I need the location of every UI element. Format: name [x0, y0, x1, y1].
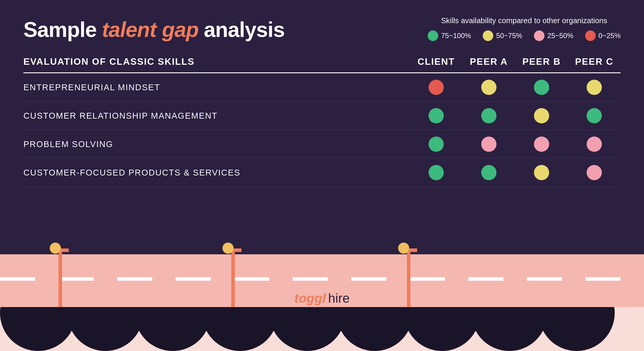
legend-label-0: 75~100%: [441, 32, 471, 40]
col-header-peer-b: PEER B: [515, 56, 568, 67]
dot-cell-1-2: [515, 108, 568, 123]
car-circle-6: [404, 307, 480, 351]
data-dot-2-1: [481, 137, 496, 152]
table-row-0: ENTREPRENEURIAL MINDSET: [23, 73, 621, 102]
skill-name-1: CUSTOMER RELATIONSHIP MANAGEMENT: [23, 111, 410, 121]
road-dash-9: [527, 277, 562, 281]
road-dash-8: [468, 277, 503, 281]
dot-cell-0-1: [463, 80, 515, 95]
street-lamp-3: [398, 225, 422, 307]
road-dash-6: [351, 277, 386, 281]
legend-label-2: 25~50%: [547, 32, 573, 40]
data-dot-1-3: [587, 108, 602, 123]
skill-name-0: ENTREPRENEURIAL MINDSET: [23, 83, 410, 92]
legend-item-1: 50~75%: [483, 30, 522, 41]
legend-item-0: 75~100%: [428, 30, 471, 41]
dot-cell-1-3: [568, 108, 621, 123]
road-dash-2: [117, 277, 152, 281]
skill-name-3: CUSTOMER-FOCUSED PRODUCTS & SERVICES: [23, 168, 410, 178]
table-row-1: CUSTOMER RELATIONSHIP MANAGEMENT: [23, 102, 621, 130]
table-row-3: CUSTOMER-FOCUSED PRODUCTS & SERVICES: [23, 159, 621, 187]
street-lamp-1: [50, 225, 73, 307]
data-dot-1-1: [481, 108, 496, 123]
data-dot-3-1: [481, 165, 496, 180]
data-dot-0-1: [481, 80, 496, 95]
dot-cell-3-0: [410, 165, 463, 180]
car-circle-2: [135, 307, 211, 351]
data-dot-2-2: [534, 137, 549, 152]
dot-cell-1-0: [410, 108, 463, 123]
dot-cell-0-2: [515, 80, 568, 95]
table-header-row: EVALUATION OF CLASSIC SKILLS CLIENTPEER …: [23, 56, 621, 73]
road-dash-3: [176, 277, 211, 281]
legend-label-3: 0~25%: [599, 32, 621, 40]
skill-name-2: PROBLEM SOLVING: [23, 139, 410, 149]
table-area: EVALUATION OF CLASSIC SKILLS CLIENTPEER …: [23, 56, 621, 187]
dot-cell-2-2: [515, 137, 568, 152]
legend-item-2: 25~50%: [534, 30, 573, 41]
dot-cell-2-1: [463, 137, 515, 152]
logo-hire: hire: [328, 291, 350, 306]
dot-cell-3-1: [463, 165, 515, 180]
car-circle-0: [0, 307, 76, 351]
legend-dot-2: [534, 30, 544, 41]
legend-item-3: 0~25%: [585, 30, 621, 41]
car-circle-1: [67, 307, 143, 351]
legend-dot-0: [428, 30, 438, 41]
dot-cell-0-3: [568, 80, 621, 95]
dot-cell-0-0: [410, 80, 463, 95]
road-section: toggl hire: [0, 225, 644, 351]
road-dash-0: [0, 277, 35, 281]
car-circle-7: [471, 307, 547, 351]
legend-items: 75~100% 50~75% 25~50% 0~25%: [428, 30, 621, 41]
car-circle-5: [337, 307, 413, 351]
col-header-client: CLIENT: [410, 56, 463, 67]
legend-dot-3: [585, 30, 596, 41]
car-circle-3: [202, 307, 278, 351]
dot-cell-3-2: [515, 165, 568, 180]
legend-label-1: 50~75%: [496, 32, 522, 40]
page-wrapper: Sample talent gap analysis Skills availa…: [0, 0, 644, 351]
data-dot-0-0: [429, 80, 444, 95]
data-dot-3-2: [534, 165, 549, 180]
car-circle-4: [269, 307, 345, 351]
dot-cell-1-1: [463, 108, 515, 123]
legend-title: Skills availability compared to other or…: [428, 16, 621, 25]
title-suffix: analysis: [204, 18, 285, 42]
data-dot-0-3: [587, 80, 602, 95]
dot-cell-2-0: [410, 137, 463, 152]
logo-area: toggl hire: [294, 291, 350, 306]
col-header-peer-c: PEER C: [568, 56, 621, 67]
data-dot-2-3: [587, 137, 602, 152]
table-row-2: PROBLEM SOLVING: [23, 130, 621, 159]
road-dash-10: [585, 277, 621, 281]
data-dot-1-2: [534, 108, 549, 123]
car-circle-8: [539, 307, 615, 351]
legend-dot-1: [483, 30, 493, 41]
legend-area: Skills availability compared to other or…: [428, 16, 621, 41]
data-dot-3-3: [587, 165, 602, 180]
col-header-peer-a: PEER A: [463, 56, 515, 67]
road-dashes: [0, 277, 644, 281]
road-dash-5: [293, 277, 328, 281]
street-lamp-2: [222, 225, 246, 307]
dot-cell-3-3: [568, 165, 621, 180]
data-dot-0-2: [534, 80, 549, 95]
data-dot-2-0: [429, 137, 444, 152]
top-section: Sample talent gap analysis Skills availa…: [0, 0, 644, 188]
section-label: EVALUATION OF CLASSIC SKILLS: [23, 56, 410, 67]
logo-toggl: toggl: [294, 291, 326, 306]
data-dot-1-0: [429, 108, 444, 123]
data-dot-3-0: [429, 165, 444, 180]
dot-cell-2-3: [568, 137, 621, 152]
cars-row: [0, 307, 644, 351]
title-prefix: Sample: [23, 18, 97, 42]
title-highlight: talent gap: [102, 18, 198, 42]
